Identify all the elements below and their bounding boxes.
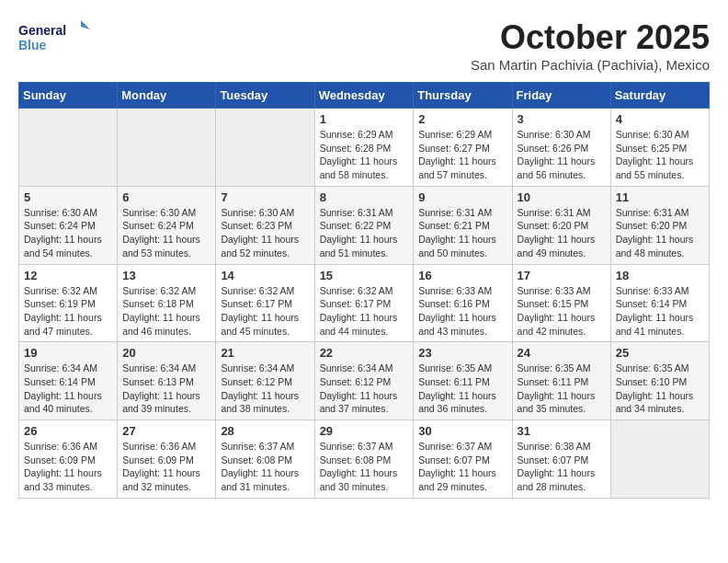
calendar-cell: 3Sunrise: 6:30 AM Sunset: 6:26 PM Daylig… — [512, 109, 610, 187]
calendar-cell: 14Sunrise: 6:32 AM Sunset: 6:17 PM Dayli… — [216, 264, 314, 342]
calendar-week-row: 5Sunrise: 6:30 AM Sunset: 6:24 PM Daylig… — [19, 186, 710, 264]
day-number: 17 — [518, 269, 606, 282]
day-info: Sunrise: 6:33 AM Sunset: 6:14 PM Dayligh… — [616, 284, 704, 339]
day-number: 31 — [518, 424, 606, 438]
calendar-cell: 2Sunrise: 6:29 AM Sunset: 6:27 PM Daylig… — [414, 109, 512, 187]
calendar-cell: 7Sunrise: 6:30 AM Sunset: 6:23 PM Daylig… — [216, 186, 314, 264]
calendar-cell: 28Sunrise: 6:37 AM Sunset: 6:08 PM Dayli… — [216, 420, 314, 499]
calendar-cell: 31Sunrise: 6:38 AM Sunset: 6:07 PM Dayli… — [512, 420, 610, 499]
day-number: 8 — [320, 190, 409, 204]
day-number: 2 — [418, 112, 506, 126]
calendar-cell — [19, 109, 118, 187]
day-info: Sunrise: 6:33 AM Sunset: 6:16 PM Dayligh… — [418, 284, 506, 339]
day-number: 25 — [616, 346, 704, 360]
calendar-cell — [118, 109, 216, 187]
calendar-cell: 4Sunrise: 6:30 AM Sunset: 6:25 PM Daylig… — [610, 109, 709, 187]
calendar-header-tuesday: Tuesday — [216, 83, 314, 109]
day-info: Sunrise: 6:34 AM Sunset: 6:14 PM Dayligh… — [24, 362, 112, 416]
day-info: Sunrise: 6:32 AM Sunset: 6:18 PM Dayligh… — [122, 284, 210, 339]
calendar-cell — [216, 109, 314, 187]
day-info: Sunrise: 6:37 AM Sunset: 6:08 PM Dayligh… — [320, 440, 409, 494]
day-number: 22 — [320, 346, 409, 360]
calendar-header-monday: Monday — [118, 83, 216, 109]
calendar-cell: 15Sunrise: 6:32 AM Sunset: 6:17 PM Dayli… — [314, 264, 414, 342]
day-info: Sunrise: 6:36 AM Sunset: 6:09 PM Dayligh… — [122, 440, 210, 494]
day-number: 13 — [122, 269, 210, 282]
day-info: Sunrise: 6:35 AM Sunset: 6:10 PM Dayligh… — [616, 362, 704, 416]
day-info: Sunrise: 6:34 AM Sunset: 6:12 PM Dayligh… — [320, 362, 409, 416]
calendar-cell: 18Sunrise: 6:33 AM Sunset: 6:14 PM Dayli… — [610, 264, 709, 342]
calendar-cell: 29Sunrise: 6:37 AM Sunset: 6:08 PM Dayli… — [314, 420, 414, 499]
calendar-cell: 19Sunrise: 6:34 AM Sunset: 6:14 PM Dayli… — [19, 342, 118, 420]
day-number: 30 — [418, 424, 506, 438]
day-info: Sunrise: 6:31 AM Sunset: 6:22 PM Dayligh… — [320, 206, 409, 260]
logo-svg: General Blue — [18, 18, 92, 55]
title-block: October 2025 San Martin Pachivia (Pachiv… — [471, 18, 710, 73]
calendar-cell — [610, 420, 709, 499]
calendar-cell: 10Sunrise: 6:31 AM Sunset: 6:20 PM Dayli… — [512, 186, 610, 264]
calendar-cell: 8Sunrise: 6:31 AM Sunset: 6:22 PM Daylig… — [314, 186, 414, 264]
calendar-week-row: 1Sunrise: 6:29 AM Sunset: 6:28 PM Daylig… — [19, 109, 710, 187]
day-info: Sunrise: 6:30 AM Sunset: 6:24 PM Dayligh… — [24, 206, 112, 260]
day-info: Sunrise: 6:30 AM Sunset: 6:25 PM Dayligh… — [616, 128, 704, 182]
calendar-cell: 30Sunrise: 6:37 AM Sunset: 6:07 PM Dayli… — [414, 420, 512, 499]
calendar-week-row: 26Sunrise: 6:36 AM Sunset: 6:09 PM Dayli… — [19, 420, 710, 499]
calendar-header-thursday: Thursday — [414, 83, 512, 109]
day-number: 11 — [616, 190, 704, 204]
day-number: 28 — [221, 424, 309, 438]
page-header: General Blue October 2025 San Martin Pac… — [18, 18, 710, 73]
calendar-header-friday: Friday — [512, 83, 610, 109]
day-number: 24 — [518, 346, 606, 360]
day-info: Sunrise: 6:29 AM Sunset: 6:28 PM Dayligh… — [320, 128, 409, 182]
day-number: 3 — [518, 112, 606, 126]
day-number: 20 — [122, 346, 210, 360]
day-info: Sunrise: 6:31 AM Sunset: 6:20 PM Dayligh… — [518, 206, 606, 260]
location: San Martin Pachivia (Pachivia), Mexico — [471, 57, 710, 73]
calendar-cell: 23Sunrise: 6:35 AM Sunset: 6:11 PM Dayli… — [414, 342, 512, 420]
month-title: October 2025 — [471, 18, 710, 57]
day-info: Sunrise: 6:34 AM Sunset: 6:12 PM Dayligh… — [221, 362, 309, 416]
day-number: 21 — [221, 346, 309, 360]
day-number: 1 — [320, 112, 409, 126]
day-info: Sunrise: 6:33 AM Sunset: 6:15 PM Dayligh… — [518, 284, 606, 339]
day-number: 18 — [616, 269, 704, 282]
svg-text:Blue: Blue — [18, 38, 47, 52]
day-info: Sunrise: 6:29 AM Sunset: 6:27 PM Dayligh… — [418, 128, 506, 182]
day-number: 23 — [418, 346, 506, 360]
calendar-cell: 24Sunrise: 6:35 AM Sunset: 6:11 PM Dayli… — [512, 342, 610, 420]
day-number: 4 — [616, 112, 704, 126]
calendar-cell: 1Sunrise: 6:29 AM Sunset: 6:28 PM Daylig… — [314, 109, 414, 187]
calendar-cell: 26Sunrise: 6:36 AM Sunset: 6:09 PM Dayli… — [19, 420, 118, 499]
day-number: 15 — [320, 269, 409, 282]
day-info: Sunrise: 6:30 AM Sunset: 6:23 PM Dayligh… — [221, 206, 309, 260]
day-info: Sunrise: 6:32 AM Sunset: 6:17 PM Dayligh… — [221, 284, 309, 339]
day-info: Sunrise: 6:38 AM Sunset: 6:07 PM Dayligh… — [518, 440, 606, 494]
day-info: Sunrise: 6:35 AM Sunset: 6:11 PM Dayligh… — [518, 362, 606, 416]
day-number: 16 — [418, 269, 506, 282]
day-info: Sunrise: 6:32 AM Sunset: 6:19 PM Dayligh… — [24, 284, 112, 339]
calendar-table: SundayMondayTuesdayWednesdayThursdayFrid… — [18, 82, 710, 499]
day-info: Sunrise: 6:30 AM Sunset: 6:26 PM Dayligh… — [518, 128, 606, 182]
day-info: Sunrise: 6:32 AM Sunset: 6:17 PM Dayligh… — [320, 284, 409, 339]
calendar-cell: 16Sunrise: 6:33 AM Sunset: 6:16 PM Dayli… — [414, 264, 512, 342]
calendar-cell: 12Sunrise: 6:32 AM Sunset: 6:19 PM Dayli… — [19, 264, 118, 342]
calendar-cell: 5Sunrise: 6:30 AM Sunset: 6:24 PM Daylig… — [19, 186, 118, 264]
calendar-cell: 13Sunrise: 6:32 AM Sunset: 6:18 PM Dayli… — [118, 264, 216, 342]
day-number: 26 — [24, 424, 112, 438]
day-number: 9 — [418, 190, 506, 204]
calendar-cell: 25Sunrise: 6:35 AM Sunset: 6:10 PM Dayli… — [610, 342, 709, 420]
calendar-header-sunday: Sunday — [19, 83, 118, 109]
calendar-header-saturday: Saturday — [610, 83, 709, 109]
calendar-cell: 6Sunrise: 6:30 AM Sunset: 6:24 PM Daylig… — [118, 186, 216, 264]
calendar-week-row: 19Sunrise: 6:34 AM Sunset: 6:14 PM Dayli… — [19, 342, 710, 420]
day-number: 27 — [122, 424, 210, 438]
day-number: 29 — [320, 424, 409, 438]
day-info: Sunrise: 6:30 AM Sunset: 6:24 PM Dayligh… — [122, 206, 210, 260]
day-info: Sunrise: 6:37 AM Sunset: 6:07 PM Dayligh… — [418, 440, 506, 494]
svg-marker-2 — [81, 20, 90, 29]
day-number: 6 — [122, 190, 210, 204]
day-info: Sunrise: 6:34 AM Sunset: 6:13 PM Dayligh… — [122, 362, 210, 416]
day-number: 10 — [518, 190, 606, 204]
calendar-cell: 9Sunrise: 6:31 AM Sunset: 6:21 PM Daylig… — [414, 186, 512, 264]
calendar-cell: 22Sunrise: 6:34 AM Sunset: 6:12 PM Dayli… — [314, 342, 414, 420]
